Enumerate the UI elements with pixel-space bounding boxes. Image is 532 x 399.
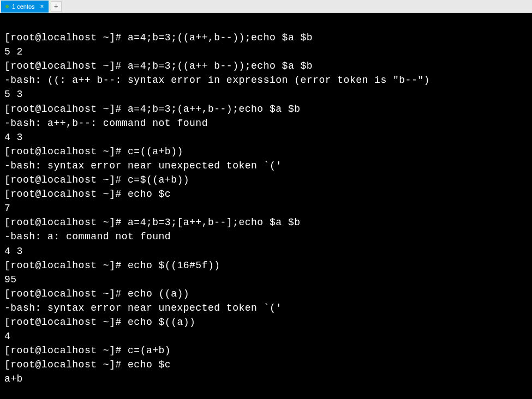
terminal-command-line: [root@localhost ~]# c=(a+b) (4, 343, 528, 358)
tab-label: 1 centos (12, 3, 35, 10)
terminal-output-line: -bash: a++,b--: command not found (4, 116, 528, 130)
terminal-command-line: [root@localhost ~]# echo $c (4, 187, 528, 201)
add-tab-button[interactable]: + (51, 1, 62, 12)
close-icon[interactable]: × (40, 3, 44, 10)
terminal-output-line: a+b (4, 372, 528, 386)
terminal-output-line: 4 (4, 329, 528, 343)
terminal-command-line: [root@localhost ~]# echo $c (4, 358, 528, 372)
terminal-command-line: [root@localhost ~]# a=4;b=3;((a++,b--));… (4, 31, 528, 45)
terminal-output-line: 4 3 (4, 244, 528, 258)
terminal-command-line: [root@localhost ~]# c=((a+b)) (4, 144, 528, 159)
terminal-command-line: [root@localhost ~]# c=$((a+b)) (4, 173, 528, 187)
tab-status-indicator (5, 5, 9, 8)
terminal-command-line: [root@localhost ~]# a=4;b=3;(a++,b--);ec… (4, 102, 528, 116)
terminal-output-line: -bash: ((: a++ b--: syntax error in expr… (4, 73, 528, 87)
terminal-output-line: 5 3 (4, 87, 528, 101)
tab-centos[interactable]: 1 centos × (1, 1, 49, 13)
terminal-output-line: -bash: syntax error near unexpected toke… (4, 301, 528, 315)
terminal[interactable]: [root@localhost ~]# a=4;b=3;((a++,b--));… (0, 13, 532, 389)
terminal-output-line: -bash: syntax error near unexpected toke… (4, 159, 528, 173)
terminal-command-line: [root@localhost ~]# echo ((a)) (4, 287, 528, 301)
terminal-command-line: [root@localhost ~]# a=4;b=3;[a++,b--];ec… (4, 215, 528, 229)
terminal-command-line: [root@localhost ~]# a=4;b=3;((a++ b--));… (4, 59, 528, 73)
terminal-command-line: [root@localhost ~]# echo $((16#5f)) (4, 258, 528, 273)
terminal-output-line: -bash: a: command not found (4, 229, 528, 244)
tab-bar: 1 centos × + (0, 0, 532, 13)
terminal-output-line: 7 (4, 201, 528, 215)
terminal-output-line: 5 2 (4, 45, 528, 59)
terminal-output-line: 4 3 (4, 130, 528, 144)
terminal-output-line: 95 (4, 273, 528, 287)
terminal-command-line: [root@localhost ~]# echo $((a)) (4, 315, 528, 329)
